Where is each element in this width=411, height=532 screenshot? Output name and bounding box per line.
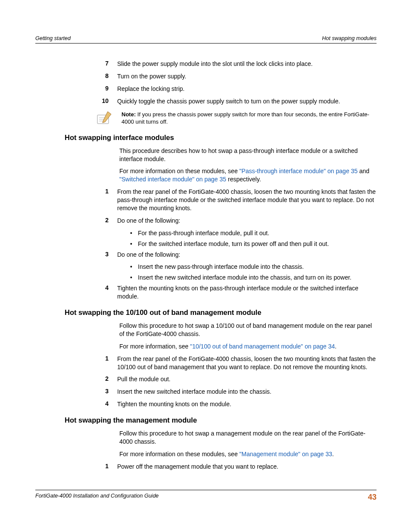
section-heading: Hot swapping interface modules [35,134,377,142]
note-text: Note: If you press the chassis power sup… [121,111,377,126]
step: 2 Pull the module out. [35,375,377,383]
note-label: Note: [121,111,136,118]
step-text: Insert the new switched interface module… [117,388,377,396]
step: 9 Replace the locking strip. [91,85,377,93]
step-number: 10 [91,97,117,106]
step-number: 3 [35,388,117,396]
step: 1 From the rear panel of the FortiGate-4… [35,188,377,212]
step-number: 2 [35,375,117,383]
note-icon [35,111,121,125]
bullet-icon: • [130,240,138,248]
step-text: Slide the power supply module into the s… [117,60,377,68]
xref-link[interactable]: "Pass-through interface module" on page … [240,168,358,174]
step-text: Turn on the power supply. [117,72,377,81]
bullet-icon: • [130,274,138,282]
step-number: 8 [91,72,117,81]
step: 2 Do one of the following: [35,217,377,225]
note-block: Note: If you press the chassis power sup… [35,111,377,126]
step-text: Tighten the mounting knots on the pass-t… [117,284,377,301]
step: 1 Power off the management module that y… [35,463,377,471]
step-text: Do one of the following: [117,251,377,259]
section-heading: Hot swapping the management module [35,416,377,424]
step: 3 Insert the new switched interface modu… [35,388,377,396]
section-heading: Hot swapping the 10/100 out of band mana… [35,308,377,317]
step-text: Quickly toggle the chassis power supply … [117,97,377,106]
page-content: Getting started Hot swapping modules 7 S… [0,0,411,471]
bullet-text: For the switched interface module, turn … [138,240,377,248]
step-text: Pull the module out. [117,375,377,383]
step-number: 7 [91,60,117,68]
step: 4 Tighten the mounting knots on the modu… [35,400,377,408]
step-number: 1 [35,188,117,212]
page-footer: FortiGate-4000 Installation and Configur… [35,490,377,502]
step: 10 Quickly toggle the chassis power supp… [91,97,377,106]
step-text: Tighten the mounting knots on the module… [117,400,377,408]
xref-link[interactable]: "Switched interface module" on page 35 [119,176,226,183]
paragraph: Follow this procedure to hot swap a 10/1… [35,322,377,338]
step-text: From the rear panel of the FortiGate-400… [117,188,377,212]
sub-bullet: •Insert the new switched interface modul… [35,274,377,282]
step-number: 1 [35,463,117,471]
step-number: 3 [35,251,117,259]
header-right: Hot swapping modules [322,35,377,41]
step: 1 From the rear panel of the FortiGate-4… [35,355,377,371]
sub-bullet: •For the switched interface module, turn… [35,240,377,248]
footer-title: FortiGate-4000 Installation and Configur… [35,493,159,502]
bullet-icon: • [130,263,138,271]
running-header: Getting started Hot swapping modules [35,35,377,44]
note-body: If you press the chassis power supply sw… [121,111,369,125]
page-number: 43 [368,493,377,502]
xref-link[interactable]: "10/100 out of band management module" o… [190,343,335,350]
paragraph: For more information, see "10/100 out of… [35,342,377,351]
step-text: Power off the management module that you… [117,463,377,471]
paragraph: This procedure describes how to hot swap… [35,147,377,163]
step-text: Do one of the following: [117,217,377,225]
step-number: 2 [35,217,117,225]
paragraph: Follow this procedure to hot swap a mana… [35,429,377,446]
step-number: 4 [35,400,117,408]
step-number: 1 [35,355,117,371]
bullet-text: Insert the new pass-through interface mo… [138,263,377,271]
step: 3 Do one of the following: [35,251,377,259]
step-number: 9 [91,85,117,93]
header-left: Getting started [35,35,71,41]
step-text: From the rear panel of the FortiGate-400… [117,355,377,371]
paragraph: For more information on these modules, s… [35,167,377,184]
bullet-text: Insert the new switched interface module… [138,274,377,282]
step: 7 Slide the power supply module into the… [91,60,377,68]
step-text: Replace the locking strip. [117,85,377,93]
sub-bullet: •For the pass-through interface module, … [35,229,377,237]
step: 4 Tighten the mounting knots on the pass… [35,284,377,301]
paragraph: For more information on these modules, s… [35,450,377,458]
step-number: 4 [35,284,117,301]
continued-steps: 7 Slide the power supply module into the… [35,60,377,106]
bullet-icon: • [130,229,138,237]
sub-bullet: •Insert the new pass-through interface m… [35,263,377,271]
step: 8 Turn on the power supply. [91,72,377,81]
xref-link[interactable]: "Management module" on page 33 [240,451,332,457]
bullet-text: For the pass-through interface module, p… [138,229,377,237]
